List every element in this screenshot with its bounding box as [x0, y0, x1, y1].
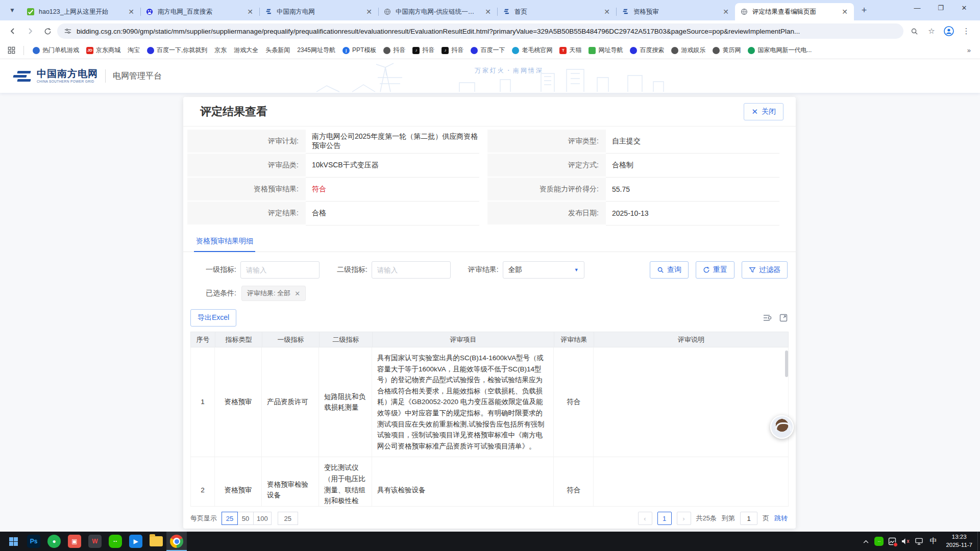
bookmark-item[interactable]: 头条新闻	[262, 44, 293, 56]
tab-search-icon[interactable]: ▼	[5, 3, 19, 17]
minimize-button[interactable]: —	[905, 0, 929, 15]
browser-menu-icon[interactable]: ⋮	[960, 24, 973, 38]
apps-grid-icon[interactable]	[5, 44, 17, 57]
review-result-select[interactable]: 全部 ▼	[503, 261, 584, 279]
close-modal-button[interactable]: ✕ 关闭	[744, 103, 783, 120]
tab-close-icon[interactable]: ✕	[722, 8, 730, 16]
bookmark-favicon-icon: ♪	[412, 47, 420, 54]
bookmark-item[interactable]: 游戏大全	[230, 44, 262, 56]
tray-photos-icon[interactable]	[886, 532, 899, 551]
export-excel-button[interactable]: 导出Excel	[190, 309, 236, 327]
file-explorer-icon[interactable]	[146, 532, 166, 551]
video-app-icon[interactable]: ▶	[126, 532, 146, 551]
forward-button[interactable]	[22, 23, 38, 39]
bookmarks-overflow-icon[interactable]: »	[963, 46, 975, 54]
tab-close-icon[interactable]: ✕	[246, 8, 254, 16]
browser-tab[interactable]: 资格预审✕	[616, 3, 735, 20]
prev-page-button[interactable]: ‹	[638, 512, 652, 525]
bookmark-item[interactable]: 百度搜索	[626, 44, 668, 56]
zoom-page-icon[interactable]	[908, 24, 921, 38]
bookmark-item[interactable]: 老毛桃官网	[508, 44, 556, 56]
tab-close-icon[interactable]: ✕	[365, 8, 373, 16]
bookmark-item[interactable]: 京东	[211, 44, 230, 56]
image-viewer-icon[interactable]: ▣	[64, 532, 85, 551]
goto-page-input[interactable]	[740, 512, 757, 525]
wps-icon[interactable]: W	[85, 532, 105, 551]
bookmark-item[interactable]: 百度一下	[467, 44, 508, 56]
url-text[interactable]: bidding.csg.cn:9090/gmp/static/mm/suppli…	[77, 28, 800, 35]
window-controls: — ❐ ✕	[905, 0, 976, 15]
maximize-button[interactable]: ❐	[929, 0, 952, 15]
browser-tab[interactable]: 南方电网_百度搜索✕	[140, 3, 259, 20]
chrome-icon[interactable]	[166, 532, 187, 551]
network-icon[interactable]	[912, 532, 925, 551]
page-size-value[interactable]: 25	[278, 512, 298, 525]
browser-tab[interactable]: 中国南方电网-供应链统一服务...✕	[378, 3, 497, 20]
fullscreen-icon[interactable]	[779, 314, 788, 322]
bookmark-item[interactable]: 游戏娱乐	[668, 44, 709, 56]
url-bar[interactable]: bidding.csg.cn:9090/gmp/static/mm/suppli…	[57, 23, 903, 39]
bookmark-item[interactable]: 热门单机游戏	[29, 44, 83, 56]
page-size-option[interactable]: 100	[253, 512, 272, 525]
bookmark-item[interactable]: 国家电网新一代电...	[744, 44, 815, 56]
profile-avatar-icon[interactable]	[942, 24, 955, 38]
site-settings-icon[interactable]	[64, 28, 71, 35]
bookmark-item[interactable]: 黄历网	[709, 44, 744, 56]
site-header: 中国南方电网 CHINA SOUTHERN POWER GRID 电网管理平台 …	[0, 59, 980, 93]
filter-button[interactable]: 过滤器	[742, 261, 788, 279]
close-window-button[interactable]: ✕	[952, 0, 976, 15]
wechat-icon[interactable]: ··	[105, 532, 126, 551]
l2-indicator-input[interactable]	[372, 261, 451, 279]
taskbar-clock[interactable]: 13:23 2025-11-7	[941, 533, 977, 549]
bookmark-item[interactable]: T天猫	[556, 44, 585, 56]
reset-button[interactable]: 重置	[696, 261, 734, 279]
new-tab-button[interactable]: +	[857, 3, 871, 17]
browser-tab[interactable]: 评定结果查看编辑页面✕	[735, 3, 854, 20]
tray-expand-icon[interactable]	[859, 532, 872, 551]
table-scrollbar[interactable]	[785, 350, 788, 377]
browser-tab[interactable]: 首页✕	[497, 3, 616, 20]
jump-button[interactable]: 跳转	[774, 514, 788, 523]
bookmark-star-icon[interactable]: ☆	[925, 24, 938, 38]
bookmark-item[interactable]: 百度一下,你就就到	[143, 44, 211, 56]
refresh-button[interactable]	[40, 23, 55, 39]
table-toolbar: 导出Excel	[183, 301, 796, 332]
table-settings-icon[interactable]	[763, 314, 772, 322]
next-page-button[interactable]: ›	[677, 512, 691, 525]
condition-chip-text: 评审结果: 全部	[247, 289, 290, 298]
bookmark-item[interactable]: 网址导航	[585, 44, 626, 56]
page-size-option[interactable]: 50	[237, 512, 254, 525]
tab-close-icon[interactable]: ✕	[127, 8, 135, 16]
tray-wechat-icon[interactable]: ··	[872, 532, 886, 551]
bookmark-item[interactable]: 淘宝	[124, 44, 143, 56]
page-size-option[interactable]: 25	[222, 512, 238, 525]
l1-indicator-input[interactable]	[240, 261, 320, 279]
tab-close-icon[interactable]: ✕	[484, 8, 492, 16]
start-button[interactable]	[3, 532, 23, 551]
show-desktop-button[interactable]	[977, 532, 980, 551]
search-button[interactable]: 查询	[650, 261, 689, 279]
assistant-avatar[interactable]	[770, 415, 794, 439]
browser-tab[interactable]: 中国南方电网✕	[259, 3, 378, 20]
tab-title: 南方电网_百度搜索	[158, 8, 242, 16]
tab-close-icon[interactable]: ✕	[603, 8, 611, 16]
browser-tab[interactable]: hao123_上网从这里开始✕	[21, 3, 140, 20]
table-cell-type: 资格预审	[215, 347, 262, 457]
green-app-icon[interactable]: ●	[44, 532, 64, 551]
volume-muted-icon[interactable]	[899, 532, 912, 551]
bookmark-item[interactable]: 抖音	[380, 44, 409, 56]
remove-condition-icon[interactable]: ✕	[295, 290, 300, 297]
back-button[interactable]	[5, 23, 20, 39]
tab-close-icon[interactable]: ✕	[841, 8, 849, 16]
bookmark-item[interactable]: jPPT模板	[339, 44, 380, 56]
current-page-button[interactable]: 1	[657, 512, 672, 525]
bookmark-item[interactable]: JD京东商城	[83, 44, 124, 56]
field-label: 评审计划:	[187, 130, 306, 154]
photoshop-icon[interactable]: Ps	[23, 532, 44, 551]
bookmark-item[interactable]: ♪抖音	[409, 44, 438, 56]
ime-indicator[interactable]: 中	[925, 532, 941, 551]
bookmark-item[interactable]: ♪抖音	[438, 44, 467, 56]
clock-time: 13:23	[946, 533, 972, 541]
tab-prequalification-detail[interactable]: 资格预审结果明细	[194, 234, 255, 252]
bookmark-item[interactable]: 2345网址导航	[293, 44, 339, 56]
